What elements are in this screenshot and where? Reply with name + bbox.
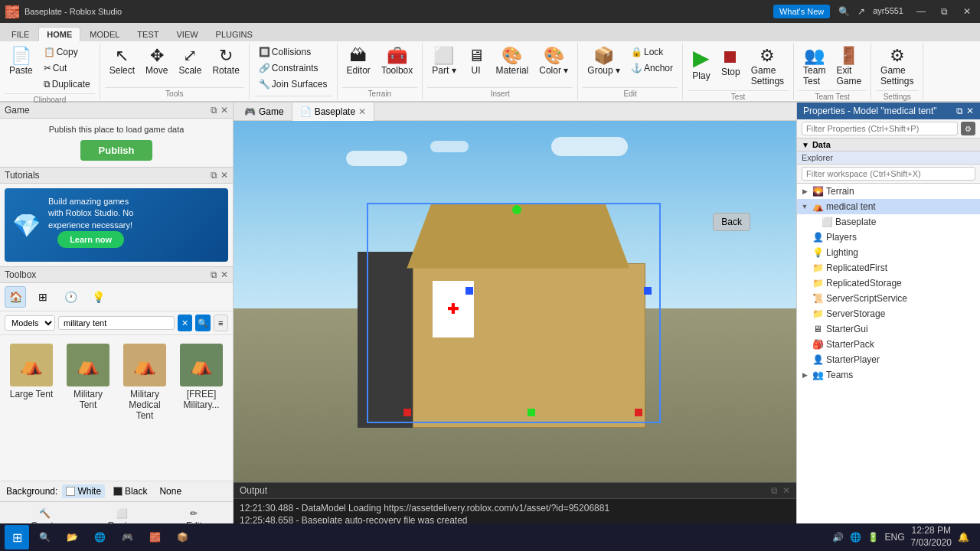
taskbar-roblox[interactable]: 🧱	[142, 525, 167, 549]
toolbox-item-large-tent[interactable]: ⛺ Large Tent	[5, 340, 58, 476]
toolbox-btn[interactable]: 🧰 Toolbox	[377, 44, 417, 78]
play-btn[interactable]: ▶ Play	[688, 44, 715, 83]
toolbox-search-button[interactable]: ✕	[178, 315, 192, 331]
taskbar-file-explorer[interactable]: 📂	[60, 525, 84, 549]
toolbox-item-military-tent[interactable]: ⛺ Military Tent	[61, 340, 115, 476]
tree-item-medical-tent[interactable]: ▼ ⛺ medical tent	[797, 199, 980, 214]
tree-item-server-script-service[interactable]: 📜 ServerScriptService	[797, 291, 980, 306]
duplicate-btn[interactable]: ⧉ Duplicate	[39, 77, 95, 92]
properties-float[interactable]: ⧉	[956, 106, 963, 116]
taskbar-notifications[interactable]: 🔔	[958, 532, 969, 543]
game-settings-test-btn[interactable]: ⚙ GameSettings	[746, 44, 789, 89]
tree-item-players[interactable]: 👤 Players	[797, 230, 980, 245]
output-float[interactable]: ⧉	[771, 485, 778, 496]
part-btn[interactable]: ⬜ Part ▾	[427, 44, 460, 78]
tab-test[interactable]: TEST	[129, 27, 167, 41]
output-close[interactable]: ✕	[782, 485, 790, 496]
lock-btn[interactable]: 🔒 Lock	[626, 44, 678, 60]
scale-btn[interactable]: ⤢ Scale	[174, 44, 206, 78]
toolbox-category-dropdown[interactable]: Models Decals Audio	[5, 315, 55, 331]
cut-btn[interactable]: ✂ Cut	[39, 60, 95, 76]
toolbox-item-free-military[interactable]: ⛺ [FREE] Military...	[175, 340, 228, 476]
tab-model[interactable]: MODEL	[81, 27, 128, 41]
taskbar-network-icon[interactable]: 🌐	[850, 532, 861, 543]
game-settings-btn[interactable]: ⚙ GameSettings	[876, 44, 918, 89]
tab-baseplate[interactable]: 📄 Baseplate ✕	[292, 103, 374, 121]
copy-btn[interactable]: 📋 Copy	[39, 44, 95, 60]
tree-item-terrain[interactable]: ▶ 🌄 Terrain	[797, 184, 980, 199]
search-icon[interactable]: 🔍	[836, 4, 852, 19]
baseplate-tab-close[interactable]: ✕	[358, 106, 366, 117]
tab-view[interactable]: VIEW	[168, 27, 206, 41]
share-icon[interactable]: ↗	[855, 4, 867, 19]
bg-white-option[interactable]: White	[62, 484, 105, 498]
material-btn[interactable]: 🎨 Material	[492, 44, 534, 78]
close-btn[interactable]: ✕	[959, 5, 975, 18]
start-button[interactable]: ⊞	[5, 525, 29, 549]
taskbar-game[interactable]: 🎮	[115, 525, 139, 549]
scene-back-button[interactable]: Back	[713, 213, 750, 231]
bg-black-option[interactable]: Black	[109, 484, 151, 498]
toolbox-close[interactable]: ✕	[220, 269, 228, 280]
exit-game-btn[interactable]: 🚪 ExitGame	[831, 44, 866, 89]
toolbox-filter-button[interactable]: ≡	[214, 315, 229, 331]
toolbox-grid-icon[interactable]: ⊞	[32, 286, 54, 308]
publish-button[interactable]: Publish	[80, 140, 153, 161]
tab-file[interactable]: FILE	[3, 27, 38, 41]
rotate-btn[interactable]: ↻ Rotate	[207, 44, 243, 78]
game-panel-close[interactable]: ✕	[220, 105, 228, 116]
select-btn[interactable]: ↖ Select	[105, 44, 139, 78]
tutorials-float[interactable]: ⧉	[211, 170, 217, 181]
color-btn[interactable]: 🎨 Color ▾	[534, 44, 573, 78]
toolbox-item-medical-tent[interactable]: ⛺ Military Medical Tent	[118, 340, 172, 476]
toolbox-recent-icon[interactable]: 🕐	[60, 286, 81, 308]
properties-search-btn[interactable]: ⚙	[961, 122, 975, 135]
tree-item-starter-player[interactable]: 👤 StarterPlayer	[797, 352, 980, 367]
tree-item-baseplate[interactable]: ⬜ Baseplate	[797, 214, 980, 230]
taskbar-apps[interactable]: 📦	[170, 525, 194, 549]
collisions-btn[interactable]: 🔲 Collisions	[254, 44, 332, 60]
anchor-btn[interactable]: ⚓ Anchor	[626, 60, 678, 76]
tutorials-close[interactable]: ✕	[220, 170, 228, 181]
tab-game[interactable]: 🎮 Game	[237, 103, 292, 121]
tree-item-lighting[interactable]: 💡 Lighting	[797, 245, 980, 260]
move-btn[interactable]: ✥ Move	[141, 44, 172, 78]
user-icon[interactable]: ayr5551	[871, 4, 906, 19]
tree-item-teams[interactable]: ▶ 👥 Teams	[797, 367, 980, 383]
team-test-btn[interactable]: 👥 TeamTest	[799, 44, 830, 89]
tree-item-starter-gui[interactable]: 🖥 StarterGui	[797, 321, 980, 337]
terrain-editor-btn[interactable]: 🏔 Editor	[342, 44, 375, 78]
stop-btn[interactable]: ⏹ Stop	[717, 44, 745, 80]
taskbar-battery-icon[interactable]: 🔋	[867, 532, 879, 543]
paste-btn[interactable]: 📄 Paste	[5, 44, 38, 78]
taskbar-edge[interactable]: 🌐	[87, 525, 112, 549]
game-panel-float[interactable]: ⧉	[211, 105, 217, 116]
tree-item-server-storage[interactable]: 📁 ServerStorage	[797, 306, 980, 321]
taskbar-search[interactable]: 🔍	[32, 525, 57, 549]
join-surfaces-btn[interactable]: 🔧 Join Surfaces	[254, 77, 332, 92]
constraints-btn[interactable]: 🔗 Constraints	[254, 60, 332, 76]
bg-none-option[interactable]: None	[155, 484, 185, 498]
maximize-btn[interactable]: ⧉	[936, 5, 952, 18]
toolbox-light-icon[interactable]: 💡	[87, 286, 109, 308]
group-btn[interactable]: 📦 Group ▾	[583, 44, 625, 78]
tree-item-replicated-storage[interactable]: 📁 ReplicatedStorage	[797, 276, 980, 291]
tab-home[interactable]: HOME	[38, 27, 80, 41]
taskbar-sound-icon[interactable]: 🔊	[832, 532, 844, 543]
ui-btn[interactable]: 🖥 UI	[462, 44, 490, 78]
properties-filter-input[interactable]	[802, 122, 958, 135]
learn-now-button[interactable]: Learn now	[57, 231, 124, 248]
properties-close[interactable]: ✕	[966, 106, 974, 116]
minimize-btn[interactable]: —	[912, 5, 930, 18]
explorer-filter-input[interactable]	[802, 167, 975, 181]
toolbox-float[interactable]: ⧉	[211, 269, 217, 280]
tab-plugins[interactable]: PLUGINS	[207, 27, 261, 41]
tree-item-replicated-first[interactable]: 📁 ReplicatedFirst	[797, 260, 980, 276]
data-section-header[interactable]: ▼ Data	[797, 139, 980, 152]
whats-new-button[interactable]: What's New	[773, 5, 830, 18]
toolbox-search-input[interactable]	[58, 316, 175, 330]
tree-item-starter-pack[interactable]: 🎒 StarterPack	[797, 337, 980, 352]
taskbar-clock[interactable]: 12:28 PM 7/03/2020	[911, 525, 952, 549]
viewport-3d[interactable]: ✚ Back	[234, 121, 796, 482]
toolbox-search-go-button[interactable]: 🔍	[195, 315, 210, 331]
